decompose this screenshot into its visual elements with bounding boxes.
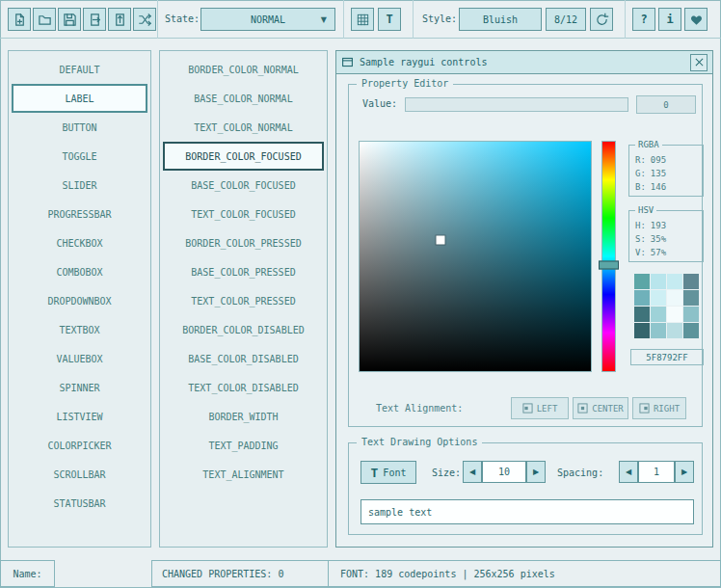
controls-list-item[interactable]: COLORPICKER [12,431,147,460]
controls-list-item[interactable]: LISTVIEW [12,402,147,431]
palette-swatch[interactable] [683,323,699,338]
style-counter-button[interactable]: 8/12 [546,8,586,31]
help-button[interactable]: ? [632,8,655,31]
size-increment-button[interactable]: ▶ [526,461,546,483]
sponsor-button[interactable] [684,8,708,31]
info-icon: i [666,13,673,26]
value-box[interactable]: 0 [636,95,696,114]
properties-list-item[interactable]: BORDER_COLOR_PRESSED [163,228,324,257]
random-style-button[interactable] [133,8,156,31]
red-value: 095 [651,153,666,167]
size-value-box[interactable]: 10 [482,461,526,483]
new-style-button[interactable] [8,8,31,31]
value-slider[interactable] [405,97,628,112]
properties-list-item[interactable]: BORDER_COLOR_DISABLED [163,315,324,344]
value-label: Value: [362,98,397,109]
properties-list-item[interactable]: BASE_COLOR_DISABLED [163,344,324,373]
style-name-button[interactable]: Bluish [459,8,542,31]
controls-list-item[interactable]: LABEL [12,84,147,113]
properties-list-item[interactable]: BASE_COLOR_PRESSED [163,257,324,286]
about-button[interactable]: i [658,8,681,31]
toolbar-separator [157,0,158,39]
align-left-toggle[interactable]: LEFT [511,397,569,419]
palette-swatch[interactable] [683,290,699,306]
palette-swatch[interactable] [651,323,666,338]
palette-swatch[interactable] [651,307,666,322]
properties-list-item[interactable]: TEXT_COLOR_PRESSED [163,286,324,315]
controls-list-item[interactable]: CHECKBOX [12,228,147,257]
properties-list-item[interactable]: TEXT_PADDING [163,431,324,460]
controls-list-item[interactable]: COMBOBOX [12,257,147,286]
save-style-button[interactable] [58,8,81,31]
controls-list-item[interactable]: STATUSBAR [12,489,147,518]
controls-list-item[interactable]: DROPDOWNBOX [12,286,147,315]
properties-list-item[interactable]: BASE_COLOR_FOCUSED [163,171,324,200]
properties-list[interactable]: BORDER_COLOR_NORMALBASE_COLOR_NORMALTEXT… [159,50,328,548]
controls-list-item[interactable]: VALUEBOX [12,344,147,373]
color-cursor[interactable] [437,236,445,245]
palette-swatch[interactable] [651,290,666,306]
align-left-icon [522,403,533,414]
window-titlebar[interactable]: Sample raygui controls [336,51,712,74]
palette-swatch[interactable] [651,274,666,289]
color-panel[interactable] [359,141,592,372]
state-dropdown[interactable]: NORMAL ▼ [200,8,335,31]
align-left-label: LEFT [537,404,558,414]
size-decrement-button[interactable]: ◀ [463,461,482,483]
spacing-value-box[interactable]: 1 [638,461,675,483]
palette-swatch[interactable] [667,290,682,306]
red-label: R: [635,153,646,167]
text-options-label: Text Drawing Options [357,437,482,447]
export-style-button[interactable] [83,8,106,31]
properties-list-item[interactable]: BORDER_COLOR_FOCUSED [163,142,324,171]
font-info-text: FONT: 189 codepoints | 256x256 pixels [340,569,555,579]
grid-view-button[interactable] [351,8,374,31]
palette-swatch[interactable] [634,290,650,306]
palette-swatch[interactable] [667,307,682,322]
hue-bar[interactable] [601,141,616,372]
spinner-left-icon: ◀ [626,468,631,476]
font-button[interactable]: T Font [360,461,416,484]
palette-swatch[interactable] [667,274,682,289]
properties-list-item[interactable]: TEXT_COLOR_DISABLED [163,373,324,402]
text-mode-button[interactable]: T [378,8,401,31]
green-label: G: [635,167,646,180]
spacing-decrement-button[interactable]: ◀ [619,461,638,483]
reload-icon [595,13,609,27]
blue-label: B: [635,180,646,194]
controls-list-item[interactable]: DEFAULT [12,55,147,84]
palette-swatch[interactable] [667,323,682,338]
export-code-icon [113,13,127,27]
hex-value-box[interactable]: 5F8792FF [630,349,704,365]
align-right-toggle[interactable]: RIGHT [632,397,686,419]
controls-list-item[interactable]: PROGRESSBAR [12,200,147,228]
properties-list-item[interactable]: TEXT_COLOR_NORMAL [163,113,324,142]
palette-swatch[interactable] [683,307,699,322]
palette-swatch[interactable] [634,274,650,289]
load-style-button[interactable] [33,8,56,31]
controls-list-item[interactable]: TEXTBOX [12,315,147,344]
controls-list-item[interactable]: BUTTON [12,113,147,142]
green-value: 135 [651,167,666,180]
properties-list-item[interactable]: TEXT_COLOR_FOCUSED [163,200,324,228]
controls-list-item[interactable]: SLIDER [12,171,147,200]
properties-list-item[interactable]: BORDER_COLOR_NORMAL [163,55,324,84]
properties-list-item[interactable]: BORDER_WIDTH [163,402,324,431]
properties-list-item[interactable]: TEXT_ALIGNMENT [163,460,324,489]
hue-slider-handle[interactable] [599,260,619,269]
close-button[interactable] [690,54,708,71]
controls-list-item[interactable]: SPINNER [12,373,147,402]
sample-text-input[interactable] [360,499,694,524]
spacing-increment-button[interactable]: ▶ [675,461,694,483]
properties-list-item[interactable]: BASE_COLOR_NORMAL [163,84,324,113]
reload-style-button[interactable] [590,8,613,31]
palette-swatch[interactable] [634,323,650,338]
palette-swatch[interactable] [683,274,699,289]
palette-swatch[interactable] [634,307,650,322]
controls-list-item[interactable]: TOGGLE [12,142,147,171]
controls-list[interactable]: DEFAULTLABELBUTTONTOGGLESLIDERPROGRESSBA… [8,50,151,548]
export-code-button[interactable] [108,8,131,31]
align-center-toggle[interactable]: CENTER [573,397,628,419]
controls-list-item[interactable]: SCROLLBAR [12,460,147,489]
saturation-label: S: [635,232,646,246]
